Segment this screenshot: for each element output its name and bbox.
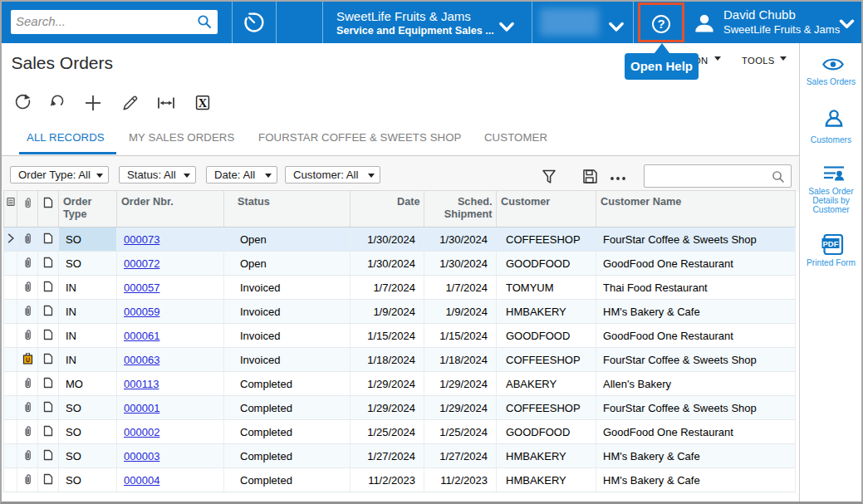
- svg-text:PDF: PDF: [823, 238, 839, 247]
- svg-text:X: X: [199, 96, 208, 110]
